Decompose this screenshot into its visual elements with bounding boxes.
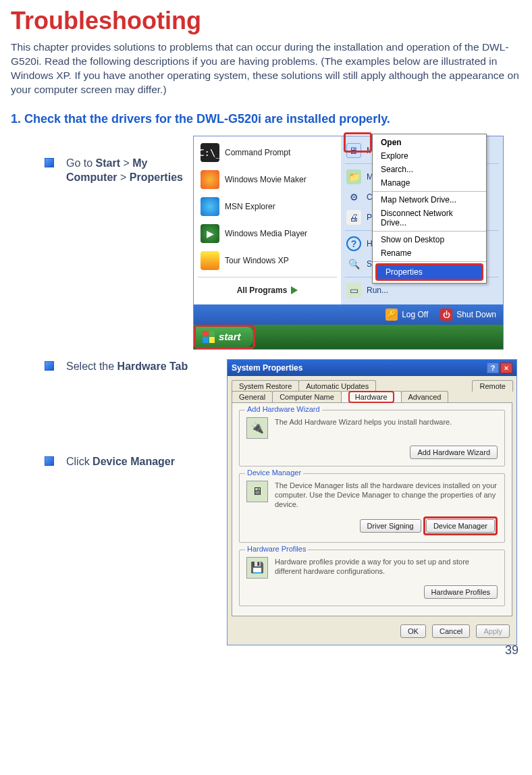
add-hardware-text: The Add Hardware Wizard helps you instal… bbox=[275, 417, 498, 427]
tour-icon bbox=[201, 251, 219, 270]
bullet-icon bbox=[45, 361, 54, 371]
tab-system-restore[interactable]: System Restore bbox=[232, 380, 299, 392]
highlight-properties: Properties bbox=[375, 263, 483, 281]
log-off-button[interactable]: 🔑Log Off bbox=[385, 309, 428, 321]
group-label-dm: Device Manager bbox=[245, 469, 303, 477]
group-label-hp: Hardware Profiles bbox=[245, 545, 308, 553]
start-button[interactable]: start bbox=[196, 327, 253, 347]
context-map-drive[interactable]: Map Network Drive... bbox=[373, 193, 486, 207]
tab-general[interactable]: General bbox=[232, 391, 273, 402]
start-menu-footer: 🔑Log Off ⏻Shut Down bbox=[194, 304, 503, 325]
arrow-right-icon bbox=[291, 286, 298, 294]
highlight-hardware-tab: Hardware bbox=[348, 391, 394, 403]
tab-computer-name[interactable]: Computer Name bbox=[272, 391, 342, 402]
page-title: Troubleshooting bbox=[11, 7, 521, 35]
run-icon: ▭ bbox=[346, 283, 361, 298]
context-properties[interactable]: Properties bbox=[377, 265, 481, 279]
logoff-icon: 🔑 bbox=[385, 309, 398, 321]
start-item-msn[interactable]: MSN Explorer bbox=[198, 193, 337, 220]
cancel-button[interactable]: Cancel bbox=[432, 624, 470, 638]
step1-heading: 1. Check that the drivers for the DWL-G5… bbox=[11, 112, 521, 126]
group-label-add-hw: Add Hardware Wizard bbox=[245, 405, 322, 413]
start-menu-left-column: C:\_Command Prompt Windows Movie Maker M… bbox=[194, 136, 341, 304]
tab-remote[interactable]: Remote bbox=[472, 380, 513, 392]
context-explore[interactable]: Explore bbox=[373, 149, 486, 163]
hardware-profiles-text: Hardware profiles provide a way for you … bbox=[275, 557, 498, 577]
ok-button[interactable]: OK bbox=[400, 624, 426, 638]
device-manager-icon: 🖥 bbox=[246, 481, 268, 502]
add-hardware-wizard-button[interactable]: Add Hardware Wizard bbox=[410, 446, 498, 459]
tabs-row-bottom: General Computer Name Hardware Advanced bbox=[232, 391, 512, 402]
device-manager-button[interactable]: Device Manager bbox=[426, 519, 495, 533]
context-manage[interactable]: Manage bbox=[373, 176, 486, 190]
apply-button[interactable]: Apply bbox=[476, 624, 510, 638]
movie-maker-icon bbox=[201, 170, 219, 189]
tab-automatic-updates[interactable]: Automatic Updates bbox=[298, 380, 376, 392]
dialog-titlebar: System Properties ? × bbox=[228, 360, 516, 376]
tabs-row-top: System Restore Automatic Updates Remote bbox=[232, 380, 512, 392]
start-item-movie-maker[interactable]: Windows Movie Maker bbox=[198, 166, 337, 193]
intro-paragraph: This chapter provides solutions to probl… bbox=[11, 41, 521, 97]
start-menu-screenshot: C:\_Command Prompt Windows Movie Maker M… bbox=[193, 136, 504, 350]
context-search[interactable]: Search... bbox=[373, 163, 486, 176]
all-programs-button[interactable]: All Programs bbox=[198, 280, 337, 300]
add-hardware-icon: 🔌 bbox=[246, 417, 268, 439]
highlight-my-computer bbox=[344, 132, 372, 153]
control-panel-icon: ⚙ bbox=[346, 190, 361, 205]
highlight-start: start bbox=[194, 325, 255, 349]
start-item-media-player[interactable]: ▶Windows Media Player bbox=[198, 220, 337, 247]
separator bbox=[198, 277, 337, 277]
context-menu: Open Explore Search... Manage Map Networ… bbox=[372, 134, 487, 284]
search-icon: 🔍 bbox=[346, 257, 361, 271]
group-device-manager: Device Manager 🖥 The Device Manager list… bbox=[239, 473, 505, 543]
msn-icon bbox=[201, 197, 219, 216]
bullet-icon bbox=[45, 158, 54, 167]
bullet-icon bbox=[45, 456, 54, 466]
help-icon: ? bbox=[346, 236, 361, 251]
windows-flag-icon bbox=[203, 331, 215, 343]
shutdown-icon: ⏻ bbox=[440, 309, 452, 321]
titlebar-close-button[interactable]: × bbox=[500, 363, 512, 373]
page-number: 39 bbox=[505, 643, 518, 658]
start-item-command-prompt[interactable]: C:\_Command Prompt bbox=[198, 139, 337, 166]
start-item-tour[interactable]: Tour Windows XP bbox=[198, 247, 337, 274]
context-disconnect-drive[interactable]: Disconnect Network Drive... bbox=[373, 207, 486, 230]
tab-advanced[interactable]: Advanced bbox=[401, 391, 449, 402]
hardware-profiles-button[interactable]: Hardware Profiles bbox=[424, 585, 498, 599]
start-menu-right-column: 🖥My 📁M ⚙Co 🖨Pr ?He 🔍Se ▭Run... Open Expl… bbox=[341, 136, 503, 304]
hardware-tab-pane: Add Hardware Wizard 🔌 The Add Hardware W… bbox=[232, 402, 512, 616]
highlight-device-manager: Device Manager bbox=[423, 516, 498, 535]
media-player-icon: ▶ bbox=[201, 224, 219, 243]
titlebar-help-button[interactable]: ? bbox=[487, 363, 499, 373]
driver-signing-button[interactable]: Driver Signing bbox=[360, 519, 421, 533]
context-open[interactable]: Open bbox=[373, 136, 486, 149]
context-rename[interactable]: Rename bbox=[373, 246, 486, 260]
folder-icon: 📁 bbox=[346, 169, 361, 184]
device-manager-text: The Device Manager lists all the hardwar… bbox=[275, 481, 498, 510]
context-show-desktop[interactable]: Show on Desktop bbox=[373, 233, 486, 246]
hardware-profiles-icon: 💾 bbox=[246, 557, 268, 579]
instruction-device-manager: Click Device Manager bbox=[66, 454, 175, 469]
tab-hardware[interactable]: Hardware bbox=[341, 391, 402, 402]
group-hardware-profiles: Hardware Profiles 💾 Hardware profiles pr… bbox=[239, 550, 505, 606]
dialog-buttons: OK Cancel Apply bbox=[228, 620, 516, 645]
instruction-hardware-tab: Select the Hardware Tab bbox=[66, 359, 188, 374]
printers-icon: 🖨 bbox=[346, 210, 361, 225]
taskbar: start bbox=[194, 325, 503, 349]
dialog-title: System Properties bbox=[232, 363, 302, 373]
command-prompt-icon: C:\_ bbox=[201, 143, 219, 162]
instruction-goto-start: Go to Start > My Computer > Properties bbox=[66, 156, 193, 185]
shut-down-button[interactable]: ⏻Shut Down bbox=[440, 309, 496, 321]
system-properties-dialog: System Properties ? × System Restore Aut… bbox=[227, 359, 517, 645]
group-add-hardware: Add Hardware Wizard 🔌 The Add Hardware W… bbox=[239, 410, 505, 466]
